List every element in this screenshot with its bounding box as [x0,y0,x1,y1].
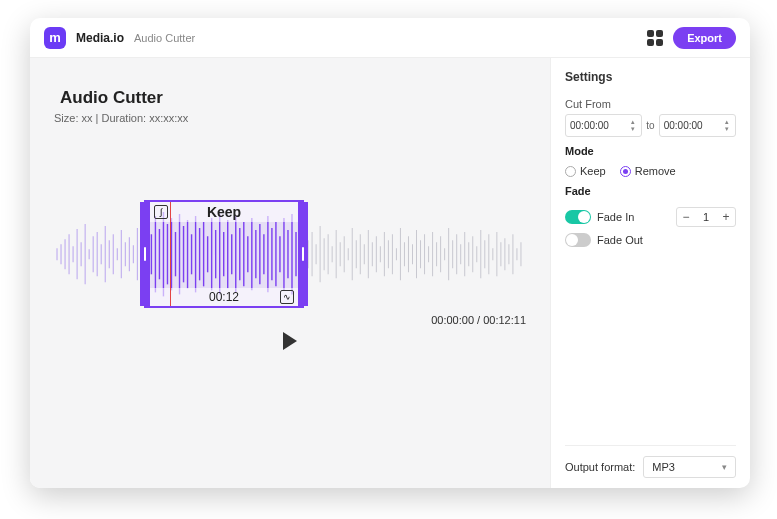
fade-in-label: Fade In [597,211,634,223]
cut-from-label: Cut From [565,98,736,110]
settings-panel: Settings Cut From 00:00:00 ▴▾ to 00:00:0… [550,58,750,488]
file-meta: Size: xx | Duration: xx:xx:xx [54,112,526,124]
output-format-label: Output format: [565,461,635,473]
play-button[interactable] [283,332,297,350]
brand-name: Media.io [76,31,124,45]
fade-out-curve-icon: ∿ [280,290,294,304]
to-step-down[interactable]: ▾ [723,126,731,132]
output-format-select[interactable]: MP3 ▾ [643,456,736,478]
plus-button[interactable]: + [717,208,735,226]
selection-mode-label: Keep [207,204,241,220]
settings-heading: Settings [565,70,736,84]
body: Audio Cutter Size: xx | Duration: xx:xx:… [30,58,750,488]
mode-keep-radio[interactable]: Keep [565,165,606,177]
radio-icon [565,166,576,177]
fade-in-value: 1 [695,211,717,223]
fade-in-toggle[interactable] [565,210,591,224]
chevron-down-icon: ▾ [722,462,727,472]
fade-out-toggle[interactable] [565,233,591,247]
minus-button[interactable]: − [677,208,695,226]
fade-label: Fade [565,185,736,197]
editor-panel: Audio Cutter Size: xx | Duration: xx:xx:… [30,58,550,488]
cut-from-input[interactable]: 00:00:00 ▴▾ [565,114,642,137]
breadcrumb: Audio Cutter [134,32,195,44]
cut-to-input[interactable]: 00:00:00 ▴▾ [659,114,736,137]
selection-time: 00:12 [209,290,239,304]
radio-icon [620,166,631,177]
mode-remove-radio[interactable]: Remove [620,165,676,177]
fade-out-label: Fade Out [597,234,643,246]
waveform-area[interactable]: ∫ Keep 00:12 ∿ [54,204,526,304]
page-title: Audio Cutter [60,88,526,108]
playhead-marker[interactable] [170,202,171,306]
fade-in-stepper[interactable]: − 1 + [676,207,736,227]
timecode: 00:00:00 / 00:12:11 [54,314,526,326]
from-step-down[interactable]: ▾ [629,126,637,132]
selection-handle-left[interactable] [140,202,150,306]
to-label: to [646,120,654,131]
fade-in-curve-icon: ∫ [154,205,168,219]
topbar: m Media.io Audio Cutter Export [30,18,750,58]
logo-icon: m [44,27,66,49]
apps-grid-icon[interactable] [647,30,663,46]
mode-label: Mode [565,145,736,157]
selection-region[interactable]: ∫ Keep 00:12 ∿ [144,200,304,308]
app-window: m Media.io Audio Cutter Export Audio Cut… [30,18,750,488]
selection-handle-right[interactable] [298,202,308,306]
export-button[interactable]: Export [673,27,736,49]
